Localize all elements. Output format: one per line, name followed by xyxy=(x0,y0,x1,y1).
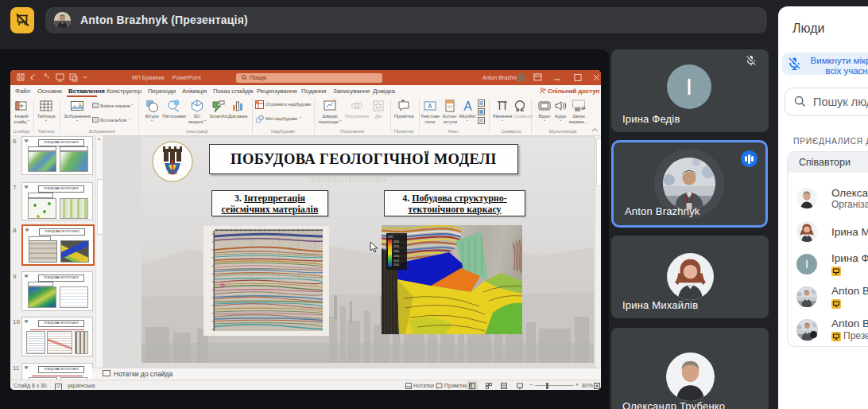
svg-text:GTI: GTI xyxy=(388,235,393,239)
svg-text:2900: 2900 xyxy=(393,250,399,253)
svg-text:2600: 2600 xyxy=(393,240,399,243)
svg-text:3350: 3350 xyxy=(393,263,399,267)
svg-text:3200: 3200 xyxy=(393,259,399,263)
svg-text:2750: 2750 xyxy=(393,245,399,248)
svg-text:3050: 3050 xyxy=(393,255,399,258)
